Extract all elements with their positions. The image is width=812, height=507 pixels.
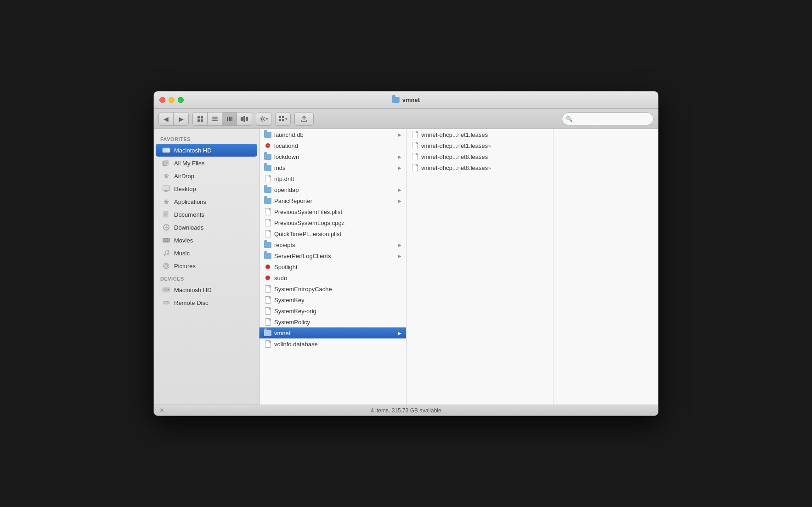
file-row[interactable]: SystemKey <box>259 294 406 305</box>
svg-rect-6 <box>212 120 218 121</box>
sidebar-item-pictures[interactable]: Pictures <box>156 259 257 272</box>
sidebar-item-all-my-files[interactable]: All My Files <box>156 157 257 169</box>
file-icon <box>264 340 271 348</box>
forward-button[interactable]: ▶ <box>174 113 188 125</box>
file-name: openldap <box>274 186 299 193</box>
file-column-3 <box>553 129 658 405</box>
share-button-group <box>294 112 314 126</box>
svg-rect-28 <box>165 191 167 192</box>
file-row[interactable]: sudo <box>259 272 406 283</box>
file-row[interactable]: volinfo.database <box>259 338 406 349</box>
arrange-button[interactable]: ▾ <box>276 113 290 125</box>
share-button[interactable] <box>295 113 313 125</box>
svg-rect-17 <box>282 119 284 121</box>
file-row[interactable]: SystemPolicy <box>259 316 406 327</box>
svg-rect-41 <box>167 241 168 242</box>
file-name: vmnet-dhcp...net1.leases~ <box>421 142 491 149</box>
no-permission-icon <box>264 263 271 270</box>
sidebar-item-label: Applications <box>174 198 206 205</box>
file-row[interactable]: PreviousSystemLogs.cpgz <box>259 217 406 228</box>
view-columns-button[interactable] <box>222 113 237 125</box>
svg-rect-36 <box>164 238 164 239</box>
window-title: vmnet <box>392 96 420 103</box>
file-row[interactable]: vmnet-dhcp...net1.leases~ <box>406 140 553 151</box>
file-row[interactable]: PreviousSystemFiles.plist <box>259 206 406 217</box>
folder-icon <box>264 131 271 138</box>
file-row[interactable]: ntp.drift <box>259 173 406 184</box>
sidebar-item-macintosh-hd-device[interactable]: Macintosh HD <box>156 283 257 296</box>
file-row-selected[interactable]: vmnet ▶ <box>259 327 406 338</box>
file-row[interactable]: receipts ▶ <box>259 239 406 250</box>
file-name: vmnet-dhcp...net8.leases~ <box>421 164 491 171</box>
view-coverflow-button[interactable] <box>237 113 252 125</box>
folder-icon <box>264 252 271 259</box>
file-row[interactable]: openldap ▶ <box>259 184 406 195</box>
sidebar-item-remote-disc[interactable]: Remote Disc <box>156 296 257 309</box>
applications-icon <box>162 197 170 206</box>
sidebar-item-label: Pictures <box>174 263 196 270</box>
file-row[interactable]: vmnet-dhcp...net8.leases <box>406 151 553 162</box>
columns-view-icon <box>226 116 233 122</box>
statusbar-close-icon[interactable]: ✕ <box>159 407 164 414</box>
file-icon <box>411 142 418 149</box>
file-name: sudo <box>274 275 287 282</box>
file-name: PreviousSystemFiles.plist <box>274 208 342 215</box>
chevron-right-icon: ▶ <box>398 242 401 248</box>
search-input[interactable] <box>575 116 649 122</box>
maximize-button[interactable] <box>178 97 184 103</box>
file-name: SystemKey <box>274 297 304 304</box>
view-list-button[interactable] <box>208 113 222 125</box>
downloads-icon <box>162 223 170 231</box>
file-row[interactable]: launchd.db ▶ <box>259 129 406 140</box>
file-row[interactable]: SystemEntropyCache <box>259 283 406 294</box>
file-row[interactable]: locationd <box>259 140 406 151</box>
file-name: volinfo.database <box>274 341 318 348</box>
sidebar-item-documents[interactable]: Documents <box>156 208 257 221</box>
gear-button[interactable]: ▾ <box>256 113 271 125</box>
favorites-header: FAVORITES <box>154 133 259 144</box>
sidebar-item-applications[interactable]: Applications <box>156 195 257 208</box>
minimize-button[interactable] <box>169 97 175 103</box>
file-icon <box>411 131 418 138</box>
sidebar-item-downloads[interactable]: Downloads <box>156 221 257 234</box>
file-name: SystemEntropyCache <box>274 286 332 293</box>
sidebar-item-label: Remote Disc <box>174 299 208 306</box>
sidebar-item-label: Music <box>174 250 190 257</box>
file-row[interactable]: PanicReporter ▶ <box>259 195 406 206</box>
sidebar-item-music[interactable]: Music <box>156 247 257 259</box>
file-row[interactable]: Spotlight <box>259 261 406 272</box>
sidebar-item-macintosh-hd[interactable]: Macintosh HD <box>156 144 257 157</box>
svg-rect-7 <box>227 117 228 121</box>
file-name: launchd.db <box>274 131 304 138</box>
file-row[interactable]: vmnet-dhcp...net1.leases <box>406 129 553 140</box>
files-icon <box>162 159 170 167</box>
file-name: SystemPolicy <box>274 319 310 326</box>
no-permission-icon <box>264 142 271 149</box>
search-box[interactable]: 🔍 <box>562 113 654 125</box>
sidebar-item-movies[interactable]: Movies <box>156 234 257 247</box>
file-row[interactable]: ServerPerfLogClients ▶ <box>259 250 406 261</box>
folder-icon <box>264 329 271 337</box>
file-row[interactable]: vmnet-dhcp...net8.leases~ <box>406 162 553 173</box>
file-name: PreviousSystemLogs.cpgz <box>274 220 344 226</box>
coverflow-view-icon <box>240 116 248 122</box>
back-button[interactable]: ◀ <box>159 113 174 125</box>
hard-drive-icon <box>162 146 170 154</box>
file-row[interactable]: mds ▶ <box>259 162 406 173</box>
devices-header: DEVICES <box>154 272 259 283</box>
svg-rect-5 <box>212 118 218 119</box>
view-icons-button[interactable] <box>193 113 208 125</box>
statusbar-info: 4 items, 315.73 GB available <box>371 407 441 414</box>
folder-icon <box>264 153 271 160</box>
sidebar-item-desktop[interactable]: Desktop <box>156 182 257 195</box>
airdrop-svg-icon <box>162 172 170 180</box>
file-icon <box>264 307 271 315</box>
file-row[interactable]: lockdown ▶ <box>259 151 406 162</box>
sidebar-item-airdrop[interactable]: AirDrop <box>156 169 257 182</box>
close-button[interactable] <box>159 97 165 103</box>
file-row[interactable]: QuickTimePl...ersion.plist <box>259 228 406 239</box>
gear-chevron-icon: ▾ <box>266 117 268 121</box>
file-row[interactable]: SystemKey-orig <box>259 305 406 316</box>
svg-rect-37 <box>165 238 166 239</box>
folder-icon <box>264 241 271 248</box>
